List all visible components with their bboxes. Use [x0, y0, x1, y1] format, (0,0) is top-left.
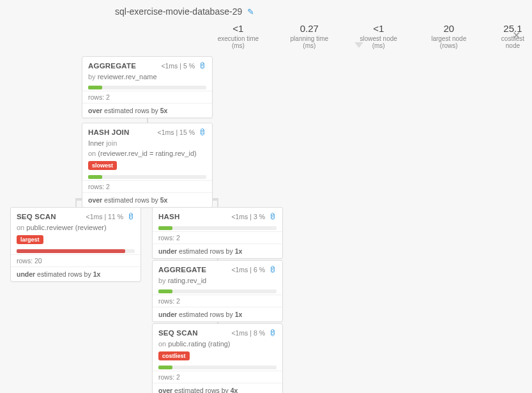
stat-label: largest node (rows)	[422, 35, 476, 49]
title-bar: sql-exercise-movie-database-29 ✎	[115, 6, 254, 17]
rows-value: 2	[176, 297, 180, 305]
stat-plan: 0.27 planning time (ms)	[284, 23, 335, 49]
rows-label: rows:	[158, 373, 174, 381]
node-sub: public.reviewer (reviewer)	[26, 224, 106, 231]
database-icon[interactable]: 🛢	[127, 212, 135, 221]
node-sub-prefix: by	[88, 73, 96, 81]
pointer-icon	[354, 42, 363, 48]
node-title: AGGREGATE	[158, 266, 206, 274]
node-time: <1ms	[231, 329, 248, 337]
est-factor: 5x	[160, 107, 168, 114]
node-sub: public.rating (rating)	[168, 340, 230, 348]
est-text: estimated rows by	[179, 311, 233, 318]
node-sub: Inner	[88, 139, 104, 147]
stat-label: execution time (ms)	[211, 35, 266, 49]
est-word: under	[17, 270, 35, 278]
node-pct: 3 %	[254, 213, 265, 220]
rows-label: rows:	[17, 257, 33, 265]
node-title: HASH	[158, 213, 179, 220]
connector	[217, 201, 218, 207]
est-factor: 1x	[93, 270, 101, 278]
est-text: estimated rows by	[179, 247, 233, 255]
close-icon[interactable]: ✕	[512, 29, 521, 42]
node-sub: reviewer.rev_name	[98, 73, 157, 81]
stat-value: <1	[211, 23, 266, 34]
page-title: sql-exercise-movie-database-29	[115, 6, 242, 17]
node-pct: 6 %	[254, 266, 265, 274]
stats-row: <1 execution time (ms) 0.27 planning tim…	[211, 23, 532, 49]
est-factor: 1x	[235, 247, 243, 255]
node-pct: 5 %	[183, 62, 195, 70]
database-icon[interactable]: 🛢	[199, 128, 206, 137]
node-sub-prefix: on	[158, 340, 166, 348]
node-title: SEQ SCAN	[158, 329, 198, 337]
node-aggregate[interactable]: AGGREGATE <1ms | 6 %🛢 by rating.rev_id r…	[152, 260, 283, 322]
node-title: SEQ SCAN	[17, 213, 56, 220]
row-bar	[158, 366, 277, 369]
node-sub-prefix: by	[158, 277, 166, 284]
row-bar	[158, 226, 277, 230]
est-factor: 4x	[231, 387, 238, 393]
node-time: <1ms	[86, 213, 103, 220]
rows-value: 2	[106, 183, 110, 190]
stat-value: 0.27	[284, 23, 335, 34]
edit-icon[interactable]: ✎	[247, 7, 254, 17]
database-icon[interactable]: 🛢	[199, 61, 206, 70]
database-icon[interactable]: 🛢	[269, 328, 277, 337]
node-time: <1ms	[161, 62, 178, 70]
node-time: <1ms	[231, 266, 248, 274]
est-factor: 5x	[160, 196, 168, 204]
stat-label: planning time (ms)	[284, 35, 335, 49]
rows-value: 2	[106, 93, 110, 101]
est-word: over	[158, 387, 172, 393]
stat-value: <1	[353, 23, 404, 34]
stat-value: 20	[422, 23, 476, 34]
node-pct: 8 %	[254, 329, 265, 337]
rows-label: rows:	[158, 234, 174, 242]
rows-value: 20	[34, 257, 42, 265]
est-word: over	[88, 196, 102, 204]
badge-costliest: costliest	[158, 351, 190, 360]
node-hash[interactable]: HASH <1ms | 3 %🛢 rows: 2 under estimated…	[152, 207, 283, 259]
rows-value: 2	[176, 373, 180, 381]
est-text: estimated rows by	[37, 270, 91, 278]
database-icon[interactable]: 🛢	[269, 265, 277, 274]
rows-value: 2	[176, 234, 180, 242]
node-title: AGGREGATE	[88, 62, 136, 70]
est-text: estimated rows by	[174, 387, 229, 393]
badge-slowest: slowest	[88, 161, 117, 170]
est-text: estimated rows by	[104, 107, 158, 114]
rows-label: rows:	[158, 297, 174, 305]
node-pct: 15 %	[179, 128, 195, 136]
node-hash-join[interactable]: HASH JOIN <1ms | 15 %🛢 Inner join on (re…	[82, 123, 213, 208]
node-time: <1ms	[231, 213, 248, 220]
rows-label: rows:	[88, 93, 104, 101]
est-word: under	[158, 311, 177, 318]
node-title: HASH JOIN	[88, 128, 129, 136]
est-word: under	[158, 247, 177, 255]
node-sub: rating.rev_id	[168, 277, 207, 284]
node-sub-prefix: on	[17, 224, 24, 231]
node-seq-scan[interactable]: SEQ SCAN <1ms | 11 %🛢 on public.reviewer…	[10, 207, 141, 282]
est-factor: 1x	[235, 311, 243, 318]
node-sub: (reviewer.rev_id = rating.rev_id)	[98, 150, 196, 157]
database-icon[interactable]: 🛢	[269, 212, 277, 221]
stat-large: 20 largest node (rows)	[422, 23, 476, 49]
row-bar	[17, 249, 135, 253]
badge-largest: largest	[17, 235, 43, 244]
stat-exec: <1 execution time (ms)	[211, 23, 266, 49]
est-text: estimated rows by	[104, 196, 158, 204]
row-bar	[158, 289, 277, 293]
row-bar	[88, 175, 206, 179]
rows-label: rows:	[88, 183, 104, 190]
connector	[75, 201, 77, 207]
row-bar	[88, 86, 206, 89]
est-word: over	[88, 107, 102, 114]
node-aggregate[interactable]: AGGREGATE <1ms | 5 %🛢 by reviewer.rev_na…	[82, 56, 213, 118]
node-pct: 11 %	[108, 213, 123, 220]
node-time: <1ms	[158, 128, 174, 136]
node-seq-scan[interactable]: SEQ SCAN <1ms | 8 %🛢 on public.rating (r…	[152, 323, 283, 393]
